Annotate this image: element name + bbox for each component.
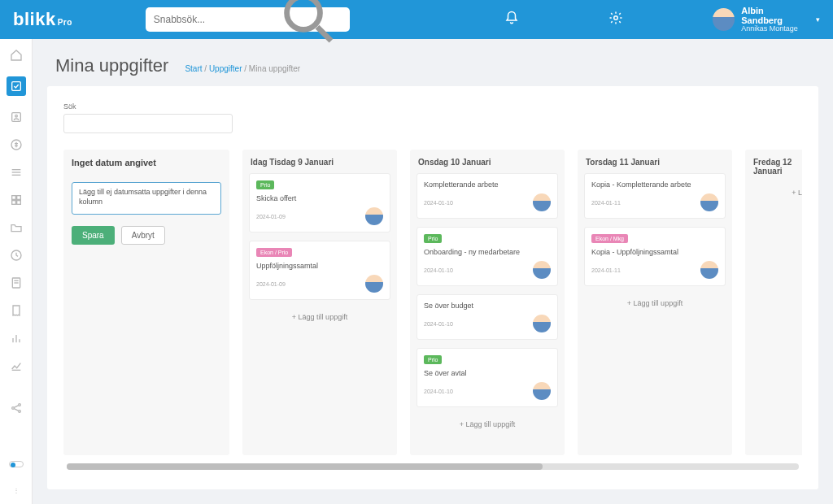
column-thu-11: Torsdag 11 Januari Kopia - Kompletterand…: [578, 150, 732, 455]
doc-icon[interactable]: [10, 276, 23, 289]
svg-rect-12: [11, 201, 15, 205]
assignee-avatar: [700, 193, 718, 211]
svg-rect-13: [16, 201, 20, 205]
grid-icon[interactable]: [10, 193, 23, 206]
add-task-button[interactable]: + Lägg till uppgift: [578, 293, 732, 314]
home-icon[interactable]: [10, 49, 23, 62]
clock-icon[interactable]: [10, 249, 23, 262]
save-button[interactable]: Spara: [72, 226, 115, 245]
svg-point-5: [15, 115, 17, 117]
analytics-icon[interactable]: [10, 359, 23, 372]
card-date: 2024-01-09: [256, 214, 286, 219]
task-card[interactable]: Kopia - Kompletterande arbete 2024-01-11: [584, 173, 726, 219]
card-date: 2024-01-10: [424, 200, 453, 206]
card-title: Onboarding - ny medarbetare: [424, 248, 551, 256]
column-wed-10: Onsdag 10 Januari Kompletterande arbete …: [410, 150, 565, 455]
add-task-button[interactable]: + L: [745, 182, 802, 203]
tag-ekon-prio: Ekon / Prio: [256, 248, 292, 257]
contact-icon[interactable]: [10, 111, 23, 124]
receipt-icon[interactable]: [10, 304, 23, 317]
svg-point-0: [286, 0, 320, 29]
svg-rect-11: [16, 196, 20, 200]
card-date: 2024-01-11: [591, 200, 621, 206]
list-icon[interactable]: [10, 166, 23, 179]
card-date: 2024-01-10: [424, 267, 453, 273]
assignee-avatar: [533, 193, 551, 211]
column-header: Inget datum angivet: [63, 150, 229, 174]
money-icon[interactable]: [10, 138, 23, 151]
tag-ekon-mkg: Ekon / Mkg: [591, 234, 628, 243]
toggle-theme[interactable]: [9, 461, 24, 467]
task-card[interactable]: Kompletterande arbete 2024-01-10: [416, 173, 558, 219]
scroll-thumb[interactable]: [67, 463, 543, 470]
folder-icon[interactable]: [10, 221, 23, 234]
assignee-avatar: [365, 207, 383, 225]
breadcrumb: Start / Uppgifter / Mina uppgifter: [185, 64, 300, 73]
crumb-start[interactable]: Start: [185, 64, 202, 73]
sok-input[interactable]: [63, 114, 233, 133]
scrollbar[interactable]: [67, 463, 799, 470]
cancel-button[interactable]: Avbryt: [121, 226, 165, 245]
task-card[interactable]: Ekon / Mkg Kopia - Uppföljningssamtal 20…: [584, 227, 726, 286]
logo-main: blikk: [13, 9, 56, 30]
svg-rect-3: [11, 82, 20, 91]
column-header: Idag Tisdag 9 Januari: [242, 150, 397, 173]
search-box[interactable]: [146, 7, 351, 32]
tag-prio: Prio: [424, 355, 442, 364]
task-card[interactable]: Prio Se över avtal 2024-01-10: [416, 348, 558, 407]
assignee-avatar: [365, 275, 383, 293]
card-title: Kompletterande arbete: [424, 180, 551, 189]
task-card[interactable]: Se över budget 2024-01-10: [416, 294, 558, 340]
card-date: 2024-01-10: [424, 321, 453, 327]
crumb-uppgifter[interactable]: Uppgifter: [209, 64, 242, 73]
new-task-textarea[interactable]: [72, 182, 221, 215]
svg-point-2: [614, 15, 618, 20]
add-task-button[interactable]: + Lägg till uppgift: [410, 414, 565, 435]
gear-icon[interactable]: [608, 11, 623, 29]
task-card[interactable]: Prio Onboarding - ny medarbetare 2024-01…: [416, 227, 558, 286]
avatar: [713, 8, 735, 31]
card-title: Se över budget: [424, 302, 551, 310]
logo-sub: Pro: [58, 18, 72, 27]
user-menu[interactable]: Albin Sandberg Annikas Montage ▾: [713, 6, 820, 33]
column-header: Fredag 12 Januari: [745, 150, 802, 182]
logo[interactable]: blikk Pro: [13, 9, 72, 30]
card-title: Skicka offert: [256, 194, 383, 202]
add-task-button[interactable]: + Lägg till uppgift: [242, 306, 397, 328]
svg-rect-10: [11, 196, 15, 200]
user-org: Annikas Montage: [741, 25, 805, 33]
card-title: Kopia - Kompletterande arbete: [591, 180, 718, 189]
column-fri-12: Fredag 12 Januari + L: [745, 150, 802, 455]
bell-icon[interactable]: [504, 11, 519, 29]
card-title: Uppföljningssamtal: [256, 262, 383, 270]
task-card[interactable]: Ekon / Prio Uppföljningssamtal 2024-01-0…: [249, 241, 390, 300]
tag-prio: Prio: [256, 180, 274, 189]
column-tue-9: Idag Tisdag 9 Januari Prio Skicka offert…: [242, 150, 397, 455]
crumb-current: Mina uppgifter: [249, 64, 300, 73]
column-no-date: Inget datum angivet Spara Avbryt: [63, 150, 229, 455]
version-dot: ⋮: [13, 487, 20, 494]
topbar: blikk Pro Albin Sandberg Annikas Montage…: [0, 0, 833, 39]
sidebar: ⋮: [0, 39, 33, 504]
card-date: 2024-01-09: [256, 281, 286, 287]
svg-point-23: [18, 404, 20, 406]
board: Sök Inget datum angivet Spara Avbryt Ida…: [47, 86, 818, 489]
kanban-columns: Inget datum angivet Spara Avbryt Idag Ti…: [63, 150, 802, 463]
svg-point-22: [11, 407, 14, 410]
sok-label: Sök: [63, 102, 802, 111]
svg-point-24: [18, 411, 20, 413]
task-card[interactable]: Prio Skicka offert 2024-01-09: [249, 173, 390, 232]
card-date: 2024-01-11: [591, 267, 621, 273]
bar-chart-icon[interactable]: [10, 332, 23, 345]
assignee-avatar: [533, 315, 551, 332]
user-name: Albin Sandberg: [741, 6, 805, 25]
page-title: Mina uppgifter: [55, 55, 168, 76]
column-header: Onsdag 10 Januari: [410, 150, 565, 173]
tasks-icon[interactable]: [7, 76, 26, 96]
chevron-down-icon: ▾: [816, 15, 820, 24]
share-icon[interactable]: [10, 402, 23, 415]
tag-prio: Prio: [424, 234, 442, 243]
card-title: Se över avtal: [424, 369, 551, 377]
card-date: 2024-01-10: [424, 389, 453, 394]
search-input[interactable]: [154, 14, 276, 25]
